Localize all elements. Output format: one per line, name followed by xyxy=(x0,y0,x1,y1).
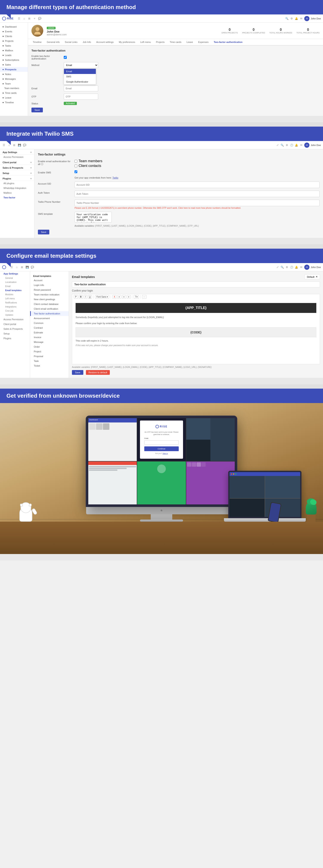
tab-projects[interactable]: Projects xyxy=(153,39,167,45)
team-members-checkbox[interactable] xyxy=(74,160,77,163)
plus-icon[interactable]: + xyxy=(33,17,36,20)
zoom-icon2[interactable]: 🔍 xyxy=(281,144,284,147)
sidebar-item-dashboard[interactable]: Dashboard xyxy=(0,24,28,29)
sidebar-item-mailbox[interactable]: Mailbox xyxy=(0,48,28,53)
etl-reset-password[interactable]: Reset password xyxy=(30,287,69,292)
etl-project[interactable]: Project xyxy=(30,349,69,354)
sidebar-item-leads[interactable]: Leads xyxy=(0,53,28,58)
settings-icon1[interactable]: ⚙ xyxy=(290,17,293,20)
grid-icon2[interactable]: ⊞ xyxy=(12,144,16,147)
zoom-icon3[interactable]: 🔍 xyxy=(281,266,284,269)
grid-icon3[interactable]: ⊞ xyxy=(20,266,24,269)
expand-icon3[interactable]: ⤢ xyxy=(276,266,279,269)
si3-sales-prospects[interactable]: Sales & Prospects xyxy=(0,327,30,331)
save-button2[interactable]: Save xyxy=(38,230,49,235)
etl-team-mention[interactable]: Team mention notication xyxy=(30,292,69,297)
twilio-link[interactable]: Twilio xyxy=(112,177,118,179)
expand-icon2[interactable]: ⤢ xyxy=(276,144,279,147)
save-button1[interactable]: Save xyxy=(31,107,43,112)
etl-two-factor[interactable]: Two factor authentication xyxy=(30,311,69,316)
sidebar-item-sales[interactable]: Sales xyxy=(0,62,28,67)
rte-align-right[interactable]: ≡ xyxy=(127,295,131,299)
si3-setup[interactable]: Setup xyxy=(0,331,30,336)
etl-client-verification[interactable]: Client email verification xyxy=(30,306,69,311)
si-mailbox[interactable]: Mailbox xyxy=(0,190,34,195)
si3-access-permission[interactable]: Access Permission xyxy=(0,317,30,322)
home-icon[interactable]: ⌂ xyxy=(23,17,26,20)
mail-icon1[interactable]: ✉ xyxy=(299,17,303,20)
sidebar-item-team[interactable]: Team xyxy=(0,81,28,86)
otp-input[interactable] xyxy=(64,94,98,100)
phone-input[interactable] xyxy=(74,200,320,206)
si3-general[interactable]: General xyxy=(0,276,30,280)
rte-underline[interactable]: U xyxy=(88,295,92,299)
etl-announcement[interactable]: Announcement xyxy=(30,316,69,321)
tab-leave[interactable]: Leave xyxy=(184,39,195,45)
sidebar-item-timeline[interactable]: Timeline xyxy=(0,100,28,105)
si-whatsapp[interactable]: WhatsApp Integration xyxy=(0,186,34,190)
etl-account[interactable]: Account xyxy=(30,278,69,283)
si3-modules[interactable]: Modules xyxy=(0,292,30,297)
save-icon3[interactable]: 💾 xyxy=(26,266,29,269)
si3-client-portal[interactable]: Client portal xyxy=(0,322,30,327)
si3-cron-job[interactable]: Cron job xyxy=(0,309,30,313)
tab-social-links[interactable]: Social Links xyxy=(62,39,80,45)
etl-common[interactable]: Common xyxy=(30,321,69,326)
mail-icon3[interactable]: ✉ xyxy=(299,266,303,269)
si3-email-templates[interactable]: Email templates xyxy=(0,288,30,292)
sidebar-item-timecards[interactable]: Time cards xyxy=(0,91,28,95)
rte-para[interactable]: P xyxy=(74,295,78,299)
rte-align-center[interactable]: ≡ xyxy=(122,295,126,299)
rte-italic[interactable]: I xyxy=(84,295,87,299)
dropdown-email[interactable]: Email xyxy=(64,69,96,74)
bell-icon1[interactable]: 🔔 xyxy=(295,17,298,20)
tab-timeline[interactable]: Timeline xyxy=(30,39,44,45)
si3-updates[interactable]: Updates xyxy=(0,313,30,317)
chat-icon3[interactable]: 💬 xyxy=(31,266,34,269)
sidebar-item-events[interactable]: Events xyxy=(0,29,28,34)
tab-two-factor[interactable]: Two-factor authentication xyxy=(211,39,245,45)
search-icon1[interactable]: 🔍 xyxy=(285,17,289,20)
sidebar-item-team-members[interactable]: Team members xyxy=(0,86,28,91)
si3-email[interactable]: Email xyxy=(0,284,30,288)
etl-ticket[interactable]: Ticket xyxy=(30,363,69,368)
otp-continue-btn-small[interactable]: Continue xyxy=(144,446,179,451)
etl-client-contact[interactable]: Client contact database xyxy=(30,302,69,306)
si3-integrations[interactable]: Integrations xyxy=(0,305,30,309)
tab-general-info[interactable]: General info xyxy=(44,39,62,45)
si-access-permission[interactable]: Access Permission xyxy=(0,155,34,159)
otp-code-input-small[interactable] xyxy=(144,440,179,445)
si3-plugins[interactable]: Plugins xyxy=(0,336,30,341)
sidebar-item-prospects[interactable]: Prospects xyxy=(0,67,28,72)
clock-icon2[interactable]: 🕐 xyxy=(290,144,293,147)
auth-token-input[interactable] xyxy=(74,191,320,197)
rte-font-size[interactable]: T▾ xyxy=(134,295,139,299)
etl-estimate[interactable]: Estimate xyxy=(30,330,69,335)
tab-account-settings[interactable]: Account settings xyxy=(94,39,116,45)
si3-app-settings[interactable]: App Settings xyxy=(0,271,30,276)
enable-sms-checkbox[interactable] xyxy=(74,170,77,173)
si3-notifications[interactable]: Notifications xyxy=(0,301,30,305)
dropdown-sms[interactable]: SMS xyxy=(64,74,96,79)
rte-align-left[interactable]: ≡ xyxy=(117,295,121,299)
etl-task[interactable]: Task xyxy=(30,359,69,363)
dropdown-google-auth[interactable]: Google Authenticator xyxy=(64,79,96,84)
grid-icon[interactable]: ⊞ xyxy=(28,17,31,20)
save-button3[interactable]: Save xyxy=(72,370,83,375)
hamburger-icon[interactable]: ☰ xyxy=(17,17,21,20)
etl-new-client[interactable]: New client greetings xyxy=(30,297,69,302)
si-all-plugins[interactable]: All plugins xyxy=(0,181,34,186)
chat-icon[interactable]: 💬 xyxy=(38,17,41,20)
rte-bold[interactable]: B xyxy=(79,295,83,299)
rte-font[interactable]: Font Sans ▾ xyxy=(95,295,109,299)
etl-login-info[interactable]: Login info xyxy=(30,283,69,287)
settings-icon2[interactable]: ⚙ xyxy=(285,144,289,147)
rte-more[interactable]: ··· xyxy=(142,295,146,299)
clock-icon3[interactable]: 🕐 xyxy=(290,266,293,269)
etl-order[interactable]: Order xyxy=(30,344,69,349)
chat-icon2[interactable]: 💬 xyxy=(23,144,26,147)
tab-my-preferences[interactable]: My preferences xyxy=(116,39,138,45)
tab-left-menu[interactable]: Left menu xyxy=(138,39,153,45)
si3-localization[interactable]: Localization xyxy=(0,280,30,284)
sidebar-item-notes[interactable]: Notes xyxy=(0,72,28,76)
